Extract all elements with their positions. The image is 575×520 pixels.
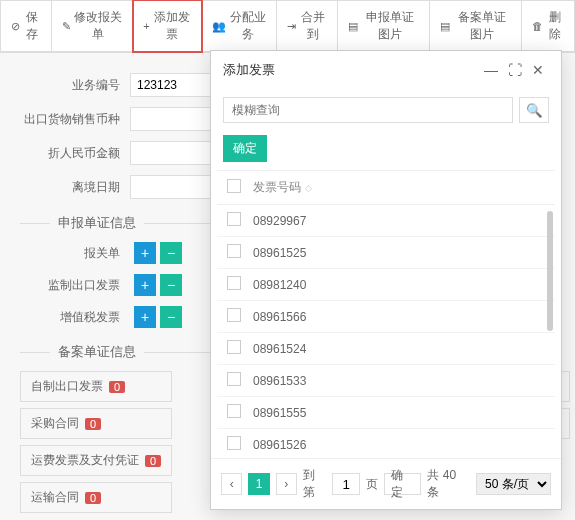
rmb-amount-label: 折人民币金额 [20, 145, 130, 162]
invoice-number: 08961524 [253, 342, 545, 356]
add-invoice-button[interactable]: +添加发票 [133, 0, 202, 52]
modify-button[interactable]: ✎修改报关单 [52, 0, 133, 52]
invoice-number: 08961533 [253, 374, 545, 388]
next-page-button[interactable]: › [276, 473, 297, 495]
badge-freight-voucher[interactable]: 运费发票及支付凭证0 [20, 445, 172, 476]
row-checkbox[interactable] [227, 340, 241, 354]
biz-no-label: 业务编号 [20, 77, 130, 94]
confirm-button[interactable]: 确定 [223, 135, 267, 162]
image-icon: ▤ [440, 20, 450, 33]
pager: ‹ 1 › 到第 页 确定 共 40 条 50 条/页 [211, 458, 561, 509]
merge-button[interactable]: ⇥合并到 [277, 0, 338, 52]
supervise-remove-button[interactable]: − [160, 274, 182, 296]
row-checkbox[interactable] [227, 372, 241, 386]
invoice-number: 08981240 [253, 278, 545, 292]
goto-confirm-button[interactable]: 确定 [384, 473, 421, 495]
page-suffix: 页 [366, 476, 378, 493]
pencil-icon: ✎ [62, 20, 71, 33]
table-row[interactable]: 08961524 [217, 333, 555, 365]
toolbar: ⊘保存 ✎修改报关单 +添加发票 👥分配业务 ⇥合并到 ▤申报单证图片 ▤备案单… [0, 0, 575, 53]
table-row[interactable]: 08961526 [217, 429, 555, 458]
row-checkbox[interactable] [227, 212, 241, 226]
export-currency-label: 出口货物销售币种 [20, 111, 130, 128]
invoice-number: 08961525 [253, 246, 545, 260]
vat-add-button[interactable]: + [134, 306, 156, 328]
customs-label: 报关单 [20, 245, 130, 262]
image-icon: ▤ [348, 20, 358, 33]
assign-button[interactable]: 👥分配业务 [202, 0, 277, 52]
exit-date-label: 离境日期 [20, 179, 130, 196]
minimize-icon[interactable]: — [479, 62, 503, 78]
supervise-invoice-label: 监制出口发票 [20, 277, 130, 294]
select-all-checkbox[interactable] [227, 179, 241, 193]
to-page-label: 到第 [303, 467, 326, 501]
total-label: 共 40 条 [427, 467, 470, 501]
row-checkbox[interactable] [227, 308, 241, 322]
prev-page-button[interactable]: ‹ [221, 473, 242, 495]
invoice-table: 发票号码◇ 0892996708961525089812400896156608… [217, 170, 555, 458]
invoice-number: 08929967 [253, 214, 545, 228]
magnifier-icon: 🔍 [526, 103, 543, 118]
declare-img-button[interactable]: ▤申报单证图片 [338, 0, 430, 52]
row-checkbox[interactable] [227, 436, 241, 450]
check-icon: ⊘ [11, 20, 20, 33]
people-icon: 👥 [212, 20, 226, 33]
badge-purchase-contract[interactable]: 采购合同0 [20, 408, 172, 439]
invoice-number: 08961526 [253, 438, 545, 452]
modal-titlebar: 添加发票 — ⛶ ✕ [211, 51, 561, 89]
delete-button[interactable]: 🗑删除 [522, 0, 575, 52]
add-invoice-modal: 添加发票 — ⛶ ✕ 🔍 确定 发票号码◇ 089299670896152508… [210, 50, 562, 510]
modal-title: 添加发票 [223, 61, 479, 79]
row-checkbox[interactable] [227, 404, 241, 418]
invoice-number: 08961555 [253, 406, 545, 420]
col-invoice-header[interactable]: 发票号码◇ [253, 179, 545, 196]
invoice-number: 08961566 [253, 310, 545, 324]
table-row[interactable]: 08961533 [217, 365, 555, 397]
row-checkbox[interactable] [227, 244, 241, 258]
close-icon[interactable]: ✕ [527, 62, 549, 78]
table-row[interactable]: 08981240 [217, 269, 555, 301]
page-1-button[interactable]: 1 [248, 473, 269, 495]
customs-add-button[interactable]: + [134, 242, 156, 264]
save-button[interactable]: ⊘保存 [0, 0, 52, 52]
search-input[interactable] [223, 97, 513, 123]
record-img-button[interactable]: ▤备案单证图片 [430, 0, 522, 52]
table-header: 发票号码◇ [217, 171, 555, 205]
customs-remove-button[interactable]: − [160, 242, 182, 264]
table-row[interactable]: 08929967 [217, 205, 555, 237]
sort-icon: ◇ [305, 183, 312, 193]
supervise-add-button[interactable]: + [134, 274, 156, 296]
vat-remove-button[interactable]: − [160, 306, 182, 328]
badge-self-invoice[interactable]: 自制出口发票0 [20, 371, 172, 402]
scrollbar[interactable] [547, 211, 553, 331]
table-row[interactable]: 08961525 [217, 237, 555, 269]
row-checkbox[interactable] [227, 276, 241, 290]
page-input[interactable] [332, 473, 360, 495]
plus-icon: + [143, 20, 149, 32]
merge-icon: ⇥ [287, 20, 296, 33]
search-button[interactable]: 🔍 [519, 97, 549, 123]
vat-invoice-label: 增值税发票 [20, 309, 130, 326]
badge-transport-contract[interactable]: 运输合同0 [20, 482, 172, 513]
per-page-select[interactable]: 50 条/页 [476, 473, 551, 495]
trash-icon: 🗑 [532, 20, 543, 32]
maximize-icon[interactable]: ⛶ [503, 62, 527, 78]
table-row[interactable]: 08961555 [217, 397, 555, 429]
table-row[interactable]: 08961566 [217, 301, 555, 333]
